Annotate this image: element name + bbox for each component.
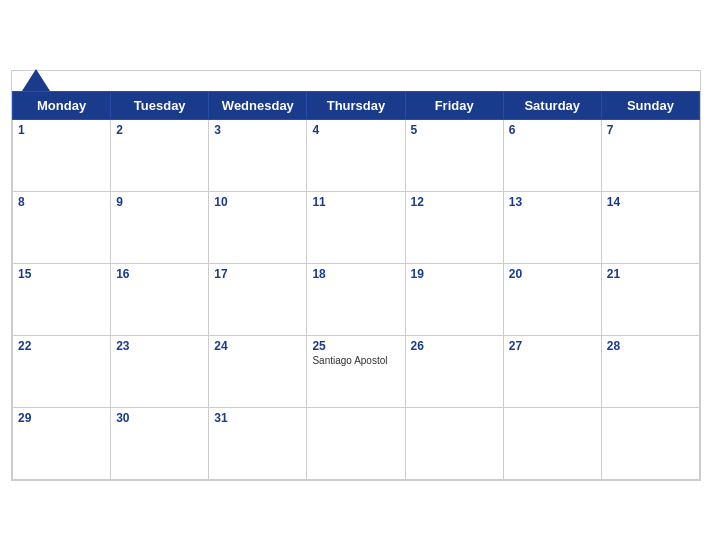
day-cell: 5 [405,119,503,191]
day-number: 26 [411,339,498,353]
event-label: Santiago Apostol [312,355,399,366]
day-number: 15 [18,267,105,281]
day-number: 22 [18,339,105,353]
day-cell: 14 [601,191,699,263]
day-number: 9 [116,195,203,209]
day-number: 2 [116,123,203,137]
day-cell: 15 [13,263,111,335]
day-cell: 4 [307,119,405,191]
week-row-5: 293031 [13,407,700,479]
week-row-1: 1234567 [13,119,700,191]
day-cell: 17 [209,263,307,335]
logo-area [22,69,50,93]
weekday-header-monday: Monday [13,91,111,119]
day-cell [405,407,503,479]
day-cell: 26 [405,335,503,407]
weekday-header-tuesday: Tuesday [111,91,209,119]
day-cell: 20 [503,263,601,335]
week-row-2: 891011121314 [13,191,700,263]
day-cell: 30 [111,407,209,479]
day-number: 8 [18,195,105,209]
day-number: 30 [116,411,203,425]
day-cell: 29 [13,407,111,479]
day-number: 18 [312,267,399,281]
day-cell: 24 [209,335,307,407]
week-row-4: 22232425Santiago Apostol262728 [13,335,700,407]
day-number: 5 [411,123,498,137]
day-cell: 8 [13,191,111,263]
day-cell: 13 [503,191,601,263]
day-number: 27 [509,339,596,353]
day-number: 29 [18,411,105,425]
logo-triangle-icon [22,69,50,91]
day-cell: 16 [111,263,209,335]
day-number: 17 [214,267,301,281]
weekday-header-row: MondayTuesdayWednesdayThursdayFridaySatu… [13,91,700,119]
day-cell: 23 [111,335,209,407]
day-cell: 7 [601,119,699,191]
day-number: 19 [411,267,498,281]
day-number: 3 [214,123,301,137]
weekday-header-wednesday: Wednesday [209,91,307,119]
weekday-header-friday: Friday [405,91,503,119]
day-cell: 1 [13,119,111,191]
day-cell: 22 [13,335,111,407]
day-cell: 27 [503,335,601,407]
day-number: 28 [607,339,694,353]
day-cell: 19 [405,263,503,335]
day-number: 23 [116,339,203,353]
day-number: 31 [214,411,301,425]
day-number: 4 [312,123,399,137]
weekday-header-thursday: Thursday [307,91,405,119]
weekday-header-saturday: Saturday [503,91,601,119]
day-number: 7 [607,123,694,137]
week-row-3: 15161718192021 [13,263,700,335]
day-cell: 11 [307,191,405,263]
day-cell: 28 [601,335,699,407]
day-number: 1 [18,123,105,137]
day-cell: 6 [503,119,601,191]
weekday-header-sunday: Sunday [601,91,699,119]
day-number: 10 [214,195,301,209]
day-number: 20 [509,267,596,281]
day-number: 6 [509,123,596,137]
day-cell [307,407,405,479]
day-number: 13 [509,195,596,209]
day-number: 21 [607,267,694,281]
day-number: 14 [607,195,694,209]
day-cell: 12 [405,191,503,263]
day-cell: 21 [601,263,699,335]
day-number: 16 [116,267,203,281]
day-number: 24 [214,339,301,353]
day-number: 12 [411,195,498,209]
day-number: 25 [312,339,399,353]
day-number: 11 [312,195,399,209]
calendar-header [12,71,700,91]
day-cell: 18 [307,263,405,335]
day-cell: 10 [209,191,307,263]
day-cell: 3 [209,119,307,191]
calendar-grid: MondayTuesdayWednesdayThursdayFridaySatu… [12,91,700,480]
day-cell: 2 [111,119,209,191]
day-cell: 9 [111,191,209,263]
day-cell: 25Santiago Apostol [307,335,405,407]
day-cell: 31 [209,407,307,479]
calendar-container: MondayTuesdayWednesdayThursdayFridaySatu… [11,70,701,481]
day-cell [601,407,699,479]
day-cell [503,407,601,479]
